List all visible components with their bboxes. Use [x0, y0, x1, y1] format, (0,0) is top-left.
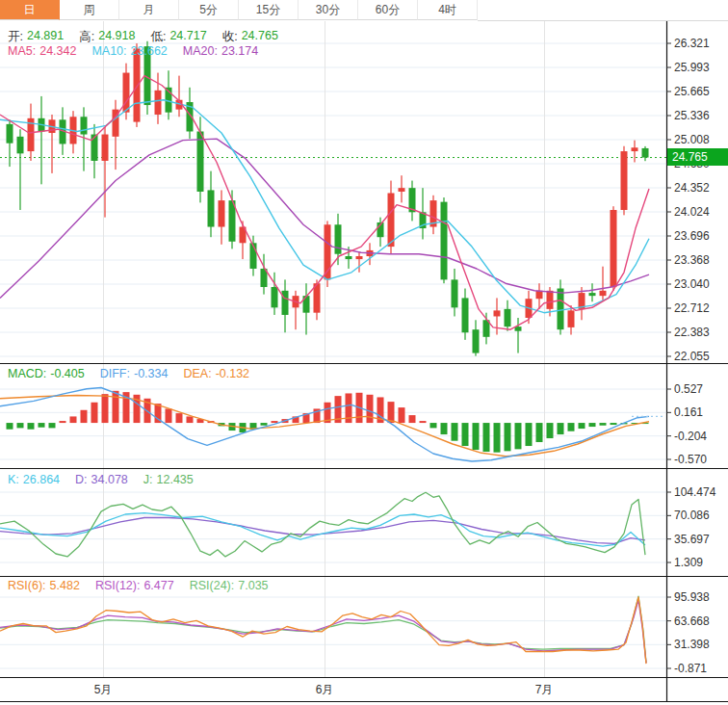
- tab-周[interactable]: 周: [60, 0, 119, 20]
- ma20-label: MA20:: [183, 44, 218, 58]
- price-axis-tick-4: 25.008: [674, 133, 710, 146]
- low-value: 24.717: [169, 29, 206, 45]
- ma10-value: 23.662: [131, 44, 168, 58]
- kdj-axis-tick-2: 35.697: [674, 533, 710, 546]
- price-axis-tick-10: 23.040: [674, 277, 710, 291]
- price-axis-tick-13: 22.055: [674, 350, 710, 363]
- tab-4时[interactable]: 4时: [418, 0, 478, 20]
- tab-15分[interactable]: 15分: [239, 0, 299, 20]
- macd-label: MACD:: [8, 367, 46, 380]
- j-label: J:: [143, 473, 153, 486]
- macd-axis-tick-1: 0.161: [674, 405, 703, 419]
- rsi-axis-tick-1: 63.668: [674, 614, 710, 628]
- rsi-axis-tick-2: 31.398: [674, 638, 710, 651]
- price-axis-tick-1: 25.993: [674, 61, 710, 74]
- dea-label: DEA:: [183, 367, 211, 380]
- price-axis-tick-3: 25.336: [674, 109, 710, 122]
- ma-readout: MA5:24.342 MA10:23.662 MA20:23.174: [8, 44, 258, 58]
- rsi-axis-tick-3: -0.871: [674, 662, 707, 675]
- ma5-value: 24.342: [39, 44, 76, 58]
- ma5-label: MA5:: [8, 44, 36, 58]
- close-value: 24.765: [242, 29, 278, 45]
- kdj-axis-tick-1: 70.086: [674, 509, 710, 522]
- price-axis-tick-2: 25.665: [674, 85, 710, 98]
- price-axis-tick-6: 24.352: [674, 181, 710, 195]
- chart-plot-area[interactable]: 26.32125.99325.66525.33625.00824.68024.3…: [0, 0, 728, 705]
- rsi24-value: 7.035: [238, 579, 268, 592]
- macd-axis-tick-2: -0.204: [674, 430, 707, 443]
- price-axis-tick-8: 23.696: [674, 229, 710, 243]
- rsi6-value: 5.482: [50, 579, 80, 592]
- timeframe-tabs: 日周月5分15分30分60分4时: [0, 0, 728, 21]
- x-axis-month-3: 7月: [535, 683, 554, 696]
- diff-value: -0.334: [134, 367, 168, 380]
- diff-label: DIFF:: [100, 367, 130, 380]
- stock-chart-widget: 日周月5分15分30分60分4时 26.32125.99325.66525.33…: [0, 0, 728, 705]
- dea-value: -0.132: [216, 367, 249, 380]
- tab-60分[interactable]: 60分: [358, 0, 418, 20]
- j-value: 12.435: [157, 473, 194, 486]
- k-label: K:: [8, 473, 19, 486]
- price-axis-tick-12: 22.383: [674, 326, 710, 339]
- tab-30分[interactable]: 30分: [299, 0, 358, 20]
- rsi6-label: RSI(6):: [8, 579, 46, 592]
- tabbar-filler: [478, 0, 728, 21]
- open-value: 24.891: [27, 29, 64, 45]
- d-label: D:: [75, 473, 88, 486]
- tab-日[interactable]: 日: [0, 0, 60, 20]
- x-axis-month-2: 6月: [316, 683, 334, 696]
- rsi24-label: RSI(24):: [190, 579, 235, 592]
- price-axis-tick-9: 23.368: [674, 253, 710, 267]
- high-label: 高:: [79, 29, 94, 45]
- macd-value: -0.405: [50, 367, 84, 380]
- macd-axis-tick-0: 0.527: [674, 382, 703, 396]
- k-value: 26.864: [23, 473, 60, 486]
- price-axis-tick-7: 24.024: [674, 205, 710, 219]
- ma20-value: 23.174: [221, 44, 258, 58]
- open-label: 开:: [8, 29, 23, 45]
- rsi12-label: RSI(12):: [95, 579, 141, 592]
- macd-readout: MACD:-0.405 DIFF:-0.334 DEA:-0.132: [8, 367, 249, 380]
- ma10-label: MA10:: [91, 44, 126, 58]
- low-label: 低:: [150, 29, 166, 45]
- price-axis-tick-0: 26.321: [674, 37, 710, 50]
- current-price-badge: 24.765: [667, 148, 728, 166]
- macd-axis-tick-3: -0.570: [674, 453, 707, 466]
- tab-5分[interactable]: 5分: [179, 0, 239, 20]
- kdj-axis-tick-3: 1.309: [674, 556, 703, 569]
- d-value: 34.078: [91, 473, 128, 486]
- rsi-axis-tick-0: 95.938: [674, 590, 710, 604]
- tab-月[interactable]: 月: [119, 0, 179, 20]
- ohlc-readout: 开:24.891 高:24.918 低:24.717 收:24.765: [8, 29, 278, 45]
- price-axis-tick-11: 22.712: [674, 301, 710, 315]
- rsi12-value: 6.477: [143, 579, 173, 592]
- rsi-readout: RSI(6):5.482 RSI(12):6.477 RSI(24):7.035: [8, 579, 269, 592]
- close-label: 收:: [222, 29, 238, 45]
- kdj-readout: K:26.864 D:34.078 J:12.435: [8, 473, 194, 486]
- x-axis-month-1: 5月: [94, 683, 113, 696]
- kdj-axis-tick-0: 104.474: [674, 485, 716, 499]
- high-value: 24.918: [98, 29, 135, 45]
